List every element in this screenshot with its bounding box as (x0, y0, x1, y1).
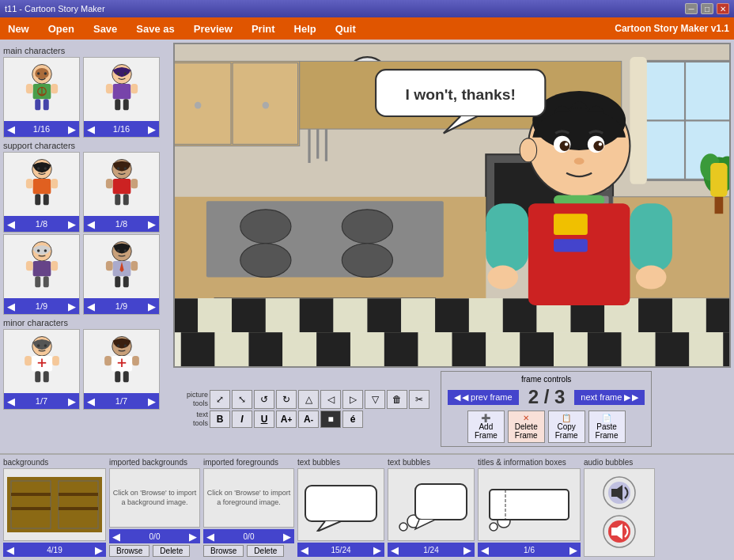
paste-frame-button[interactable]: 📄PasteFrame (588, 411, 626, 443)
tool-cut[interactable]: ✂ (409, 390, 429, 409)
char-2-prev[interactable]: ◀ (87, 123, 95, 135)
char-4-next[interactable]: ▶ (148, 218, 156, 230)
svg-point-22 (36, 167, 40, 170)
char-5-prev[interactable]: ◀ (7, 301, 15, 312)
char-img-2[interactable] (84, 58, 159, 121)
menu-preview[interactable]: Preview (191, 21, 236, 36)
tool-special-char[interactable]: é (342, 411, 363, 428)
next-frame-button[interactable]: next frame ▶▶ (574, 390, 645, 405)
menu-new[interactable]: New (5, 21, 32, 36)
char-4-nav: ◀ 1/8 ▶ (84, 216, 159, 232)
maximize-button[interactable]: □ (701, 3, 713, 14)
background-thumb[interactable] (3, 468, 106, 541)
char-7-nav: ◀ 1/7 ▶ (4, 393, 79, 409)
tool-color[interactable]: ■ (320, 411, 341, 428)
tool-font-larger[interactable]: A+ (276, 411, 297, 428)
text-bubble-2-next[interactable]: ▶ (463, 544, 471, 556)
copy-frame-button[interactable]: 📋CopyFrame (548, 411, 585, 443)
backgrounds-nav: ◀ 4/19 ▶ (3, 543, 106, 557)
svg-rect-129 (672, 298, 706, 332)
menu-save[interactable]: Save (90, 21, 120, 36)
imported-bg-prev[interactable]: ◀ (112, 531, 120, 543)
char-8-prev[interactable]: ◀ (87, 395, 95, 407)
tool-rotate-right[interactable]: ↻ (276, 390, 297, 409)
char-3-prev[interactable]: ◀ (7, 218, 15, 230)
svg-rect-60 (25, 356, 32, 365)
char-1-svg (14, 62, 70, 117)
char-box-3: ◀ 1/8 ▶ (3, 152, 80, 233)
char-img-4[interactable] (84, 153, 159, 216)
text-bubble-2-thumb[interactable] (388, 468, 475, 541)
text-bubble-preview (301, 478, 380, 532)
browse-fg-button[interactable]: Browse (203, 545, 244, 557)
text-bubble-2-prev[interactable]: ◀ (391, 544, 399, 556)
char-2-next[interactable]: ▶ (148, 123, 156, 135)
char-1-prev[interactable]: ◀ (7, 123, 15, 135)
delete-bg-button[interactable]: Delete (153, 545, 190, 557)
tool-rotate-left[interactable]: ↺ (254, 390, 274, 409)
titles-next[interactable]: ▶ (569, 544, 577, 556)
tool-move-right[interactable]: ▷ (342, 390, 363, 409)
char-7-next[interactable]: ▶ (68, 395, 76, 407)
titles-prev[interactable]: ◀ (481, 544, 489, 556)
svg-rect-162 (486, 203, 528, 271)
tool-flip-v[interactable]: △ (298, 390, 319, 409)
char-img-8[interactable] (84, 330, 159, 393)
menu-open[interactable]: Open (45, 21, 78, 36)
char-1-next[interactable]: ▶ (68, 123, 76, 135)
tool-italic[interactable]: I (232, 411, 252, 428)
scene-canvas[interactable]: I won't, thanks! (173, 43, 731, 368)
char-6-next[interactable]: ▶ (148, 301, 156, 312)
minor-characters-row: ◀ 1/7 ▶ (3, 329, 167, 410)
prev-frame-button[interactable]: ◀◀ prev frame (448, 390, 519, 405)
audio-bubbles-section: audio bubbles (584, 458, 655, 557)
char-img-6[interactable] (84, 235, 159, 298)
menu-help[interactable]: Help (291, 21, 320, 36)
bg-prev[interactable]: ◀ (6, 544, 14, 556)
minimize-button[interactable]: ─ (685, 3, 698, 14)
char-img-5[interactable] (4, 235, 79, 298)
tool-shrink[interactable]: ⤡ (232, 390, 252, 409)
tool-bold[interactable]: B (210, 411, 230, 428)
svg-rect-32 (112, 179, 131, 194)
imported-bg-next[interactable]: ▶ (189, 531, 197, 543)
titles-thumb[interactable] (478, 468, 581, 541)
delete-frame-button[interactable]: ✕DeleteFrame (508, 411, 545, 443)
browse-bg-button[interactable]: Browse (109, 545, 149, 557)
add-frame-button[interactable]: ➕AddFrame (467, 411, 505, 443)
bg-count: 4/19 (47, 546, 62, 554)
close-button[interactable]: ✕ (717, 3, 729, 14)
menu-print[interactable]: Print (248, 21, 278, 36)
svg-point-56 (44, 344, 47, 347)
char-8-next[interactable]: ▶ (148, 395, 156, 407)
menu-quit[interactable]: Quit (332, 21, 359, 36)
char-4-prev[interactable]: ◀ (87, 218, 95, 230)
char-3-next[interactable]: ▶ (68, 218, 76, 230)
char-img-1[interactable] (4, 58, 79, 121)
tool-move-down[interactable]: ▽ (365, 390, 385, 409)
imported-fg-prev[interactable]: ◀ (206, 531, 214, 543)
delete-fg-button[interactable]: Delete (247, 545, 284, 557)
svg-rect-135 (316, 332, 350, 366)
imported-fg-next[interactable]: ▶ (283, 531, 291, 543)
text-bubble-next[interactable]: ▶ (373, 544, 381, 556)
tool-delete-pic[interactable]: 🗑 (387, 390, 407, 409)
bg-next[interactable]: ▶ (95, 544, 103, 556)
tool-underline[interactable]: U (254, 411, 274, 428)
svg-rect-27 (35, 194, 40, 205)
char-7-prev[interactable]: ◀ (7, 395, 15, 407)
tool-flip-h[interactable]: ◁ (320, 390, 341, 409)
text-bubble-prev[interactable]: ◀ (301, 544, 308, 556)
audio-bubbles-thumb[interactable] (584, 468, 655, 557)
char-5-nav: ◀ 1/9 ▶ (4, 298, 79, 314)
text-bubble-thumb[interactable] (297, 468, 384, 541)
char-img-3[interactable] (4, 153, 79, 216)
menu-saveas[interactable]: Save as (133, 21, 177, 36)
tool-expand[interactable]: ⤢ (210, 390, 230, 409)
svg-rect-133 (248, 332, 282, 366)
char-6-prev[interactable]: ◀ (87, 301, 95, 312)
char-5-next[interactable]: ▶ (68, 301, 76, 312)
tool-font-smaller[interactable]: A- (298, 411, 319, 428)
svg-point-55 (36, 344, 40, 347)
char-img-7[interactable] (4, 330, 79, 393)
